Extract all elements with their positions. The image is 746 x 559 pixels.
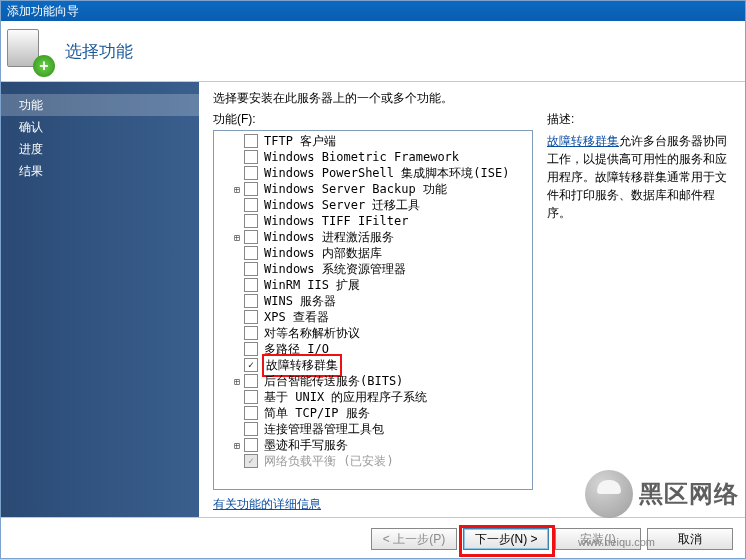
feature-row[interactable]: Windows 系统资源管理器 xyxy=(216,261,532,277)
wizard-header: + 选择功能 xyxy=(1,21,745,82)
feature-row[interactable]: ⊞后台智能传送服务(BITS) xyxy=(216,373,532,389)
expand-plus-icon[interactable]: ⊞ xyxy=(230,440,244,451)
sidebar-step[interactable]: 结果 xyxy=(1,160,199,182)
server-add-icon: + xyxy=(7,29,51,73)
feature-row[interactable]: Windows PowerShell 集成脚本环境(ISE) xyxy=(216,165,532,181)
feature-label: 对等名称解析协议 xyxy=(262,325,362,342)
cancel-button[interactable]: 取消 xyxy=(647,528,733,550)
feature-label: Windows PowerShell 集成脚本环境(ISE) xyxy=(262,165,511,182)
feature-checkbox[interactable] xyxy=(244,150,258,164)
feature-row[interactable]: ⊞Windows 进程激活服务 xyxy=(216,229,532,245)
feature-checkbox[interactable] xyxy=(244,342,258,356)
feature-row[interactable]: WINS 服务器 xyxy=(216,293,532,309)
feature-checkbox[interactable] xyxy=(244,374,258,388)
feature-label: Windows 内部数据库 xyxy=(262,245,384,262)
feature-checkbox[interactable] xyxy=(244,198,258,212)
feature-label: 墨迹和手写服务 xyxy=(262,437,350,454)
next-button[interactable]: 下一步(N) > xyxy=(463,528,549,550)
feature-checkbox[interactable] xyxy=(244,406,258,420)
expand-plus-icon[interactable]: ⊞ xyxy=(230,376,244,387)
expand-plus-icon[interactable]: ⊞ xyxy=(230,184,244,195)
description-text: 故障转移群集允许多台服务器协同工作，以提供高可用性的服务和应用程序。故障转移群集… xyxy=(547,132,735,222)
features-tree[interactable]: TFTP 客户端Windows Biometric FrameworkWindo… xyxy=(213,130,533,490)
feature-label: Windows 系统资源管理器 xyxy=(262,261,408,278)
feature-label: Windows 进程激活服务 xyxy=(262,229,396,246)
feature-label: Windows Biometric Framework xyxy=(262,150,461,164)
feature-label: 简单 TCP/IP 服务 xyxy=(262,405,372,422)
feature-label: Windows Server 迁移工具 xyxy=(262,197,422,214)
feature-checkbox[interactable] xyxy=(244,230,258,244)
intro-text: 选择要安装在此服务器上的一个或多个功能。 xyxy=(213,90,735,107)
feature-row[interactable]: ⊞Windows Server Backup 功能 xyxy=(216,181,532,197)
feature-label: 基于 UNIX 的应用程序子系统 xyxy=(262,389,429,406)
feature-row[interactable]: Windows Server 迁移工具 xyxy=(216,197,532,213)
feature-label: WINS 服务器 xyxy=(262,293,338,310)
wizard-steps-sidebar: 功能确认进度结果 xyxy=(1,82,199,517)
more-info-link[interactable]: 有关功能的详细信息 xyxy=(213,497,321,511)
sidebar-step[interactable]: 进度 xyxy=(1,138,199,160)
feature-row[interactable]: WinRM IIS 扩展 xyxy=(216,277,532,293)
expand-plus-icon[interactable]: ⊞ xyxy=(230,232,244,243)
wizard-window: 添加功能向导 + 选择功能 功能确认进度结果 选择要安装在此服务器上的一个或多个… xyxy=(0,0,746,559)
feature-row[interactable]: 简单 TCP/IP 服务 xyxy=(216,405,532,421)
feature-checkbox[interactable] xyxy=(244,134,258,148)
feature-row[interactable]: Windows 内部数据库 xyxy=(216,245,532,261)
feature-label: Windows TIFF IFilter xyxy=(262,214,411,228)
feature-checkbox[interactable] xyxy=(244,182,258,196)
feature-checkbox[interactable] xyxy=(244,438,258,452)
feature-row[interactable]: 基于 UNIX 的应用程序子系统 xyxy=(216,389,532,405)
feature-checkbox[interactable] xyxy=(244,390,258,404)
prev-button[interactable]: < 上一步(P) xyxy=(371,528,457,550)
window-titlebar: 添加功能向导 xyxy=(1,1,745,21)
sidebar-step[interactable]: 确认 xyxy=(1,116,199,138)
wizard-main-panel: 选择要安装在此服务器上的一个或多个功能。 功能(F): TFTP 客户端Wind… xyxy=(199,82,745,517)
feature-checkbox[interactable] xyxy=(244,326,258,340)
feature-row[interactable]: 网络负载平衡 (已安装) xyxy=(216,453,532,469)
page-title: 选择功能 xyxy=(65,40,133,63)
feature-row[interactable]: 连接管理器管理工具包 xyxy=(216,421,532,437)
feature-checkbox[interactable] xyxy=(244,246,258,260)
feature-row[interactable]: Windows Biometric Framework xyxy=(216,149,532,165)
feature-checkbox[interactable] xyxy=(244,214,258,228)
feature-row[interactable]: ⊞墨迹和手写服务 xyxy=(216,437,532,453)
watermark-url: www.heiqu.com xyxy=(578,536,655,548)
feature-checkbox[interactable] xyxy=(244,278,258,292)
sidebar-step[interactable]: 功能 xyxy=(1,94,199,116)
feature-label: TFTP 客户端 xyxy=(262,133,338,150)
feature-checkbox[interactable] xyxy=(244,262,258,276)
description-label: 描述: xyxy=(547,111,735,128)
feature-label: 连接管理器管理工具包 xyxy=(262,421,386,438)
description-link[interactable]: 故障转移群集 xyxy=(547,134,619,148)
feature-label: XPS 查看器 xyxy=(262,309,331,326)
feature-label: WinRM IIS 扩展 xyxy=(262,277,362,294)
feature-row[interactable]: TFTP 客户端 xyxy=(216,133,532,149)
feature-label: Windows Server Backup 功能 xyxy=(262,181,449,198)
feature-row[interactable]: 对等名称解析协议 xyxy=(216,325,532,341)
feature-row[interactable]: XPS 查看器 xyxy=(216,309,532,325)
feature-checkbox[interactable] xyxy=(244,310,258,324)
feature-checkbox[interactable] xyxy=(244,294,258,308)
feature-row[interactable]: Windows TIFF IFilter xyxy=(216,213,532,229)
feature-checkbox xyxy=(244,454,258,468)
features-label: 功能(F): xyxy=(213,111,533,128)
feature-row[interactable]: 故障转移群集 xyxy=(216,357,532,373)
feature-checkbox[interactable] xyxy=(244,166,258,180)
window-title: 添加功能向导 xyxy=(7,4,79,18)
feature-checkbox[interactable] xyxy=(244,358,258,372)
feature-label: 网络负载平衡 (已安装) xyxy=(262,453,396,470)
feature-checkbox[interactable] xyxy=(244,422,258,436)
feature-label: 后台智能传送服务(BITS) xyxy=(262,373,405,390)
